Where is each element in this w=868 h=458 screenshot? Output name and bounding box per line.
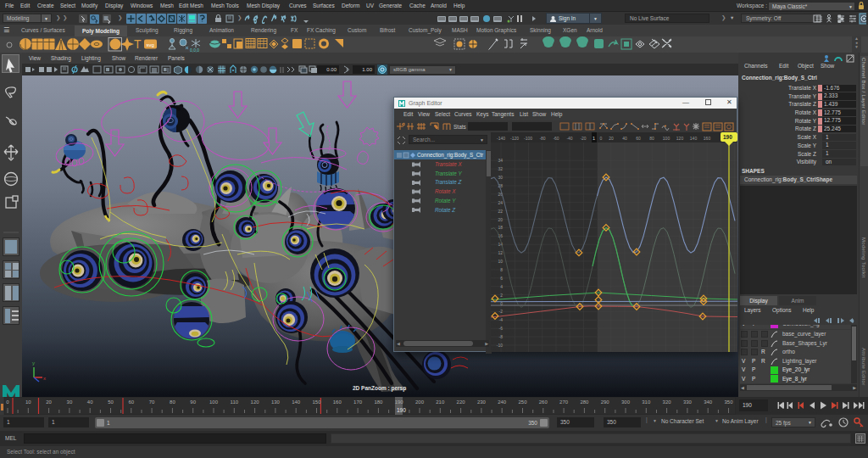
- svg-text:140: 140: [292, 399, 301, 405]
- svg-text:220: 220: [457, 399, 466, 405]
- svg-text:90: 90: [190, 399, 196, 405]
- svg-text:210: 210: [436, 399, 445, 405]
- svg-text:-140: -140: [497, 136, 505, 141]
- svg-text:svg: svg: [147, 42, 154, 47]
- svg-text:Translate Z: Translate Z: [435, 179, 463, 185]
- svg-text:340: 340: [704, 399, 713, 405]
- svg-text:260: 260: [539, 399, 548, 405]
- svg-text:0,0,0: 0,0,0: [190, 47, 199, 53]
- svg-text:Rotate Y: Rotate Y: [435, 198, 456, 204]
- svg-text:Stats: Stats: [453, 124, 467, 130]
- svg-text:-100: -100: [524, 136, 532, 141]
- svg-text:40: 40: [87, 399, 93, 405]
- svg-text:20: 20: [46, 399, 52, 405]
- svg-text:-120: -120: [510, 136, 519, 141]
- svg-text:270: 270: [559, 399, 569, 405]
- svg-text:310: 310: [642, 399, 651, 405]
- svg-text:22: 22: [498, 209, 503, 214]
- svg-text:100: 100: [663, 136, 670, 141]
- svg-text:2: 2: [500, 293, 503, 298]
- svg-text:110: 110: [231, 399, 239, 405]
- svg-text:1: 1: [593, 136, 595, 141]
- svg-text:60: 60: [128, 399, 134, 405]
- svg-text:180: 180: [374, 399, 383, 405]
- svg-text:140: 140: [690, 136, 698, 141]
- svg-text:100: 100: [209, 399, 219, 405]
- svg-text:-60: -60: [553, 136, 559, 141]
- svg-text:240: 240: [498, 399, 507, 405]
- svg-text:190: 190: [397, 407, 406, 413]
- svg-text:T: T: [134, 37, 142, 51]
- svg-text:70: 70: [149, 399, 155, 405]
- svg-text:8: 8: [500, 267, 503, 272]
- svg-text:160: 160: [333, 399, 342, 405]
- svg-text:-8: -8: [499, 334, 504, 339]
- svg-text:80: 80: [170, 399, 175, 405]
- svg-text:40: 40: [622, 136, 627, 141]
- svg-text:300: 300: [621, 399, 631, 405]
- svg-text:-2: -2: [499, 309, 504, 314]
- svg-text:20: 20: [498, 217, 503, 222]
- svg-text:-10: -10: [497, 343, 503, 348]
- svg-text:80: 80: [649, 136, 654, 141]
- svg-text:-40: -40: [566, 136, 572, 141]
- svg-text:150: 150: [312, 399, 321, 405]
- svg-text:190: 190: [723, 134, 732, 140]
- svg-text:30: 30: [67, 399, 73, 405]
- svg-text:200: 200: [415, 399, 425, 405]
- svg-text:60: 60: [636, 136, 641, 141]
- svg-text:18: 18: [498, 225, 503, 230]
- svg-text:-4: -4: [499, 317, 504, 322]
- svg-text:350: 350: [724, 399, 733, 405]
- svg-text:10: 10: [25, 399, 31, 405]
- svg-text:32: 32: [498, 166, 503, 171]
- svg-text:330: 330: [683, 399, 693, 405]
- svg-text:24: 24: [498, 200, 503, 205]
- svg-text:50: 50: [108, 399, 114, 405]
- svg-text:230: 230: [477, 399, 487, 405]
- svg-text:160: 160: [704, 136, 711, 141]
- svg-text:120: 120: [676, 136, 684, 141]
- svg-text:-20: -20: [580, 136, 586, 141]
- svg-text:-6: -6: [499, 326, 504, 331]
- svg-text:6: 6: [500, 276, 503, 281]
- svg-text:120: 120: [251, 399, 260, 405]
- svg-text:130: 130: [271, 399, 281, 405]
- svg-text:12: 12: [498, 250, 503, 255]
- svg-text:190: 190: [395, 399, 404, 405]
- svg-text:0: 0: [600, 136, 603, 141]
- svg-text:Translate X: Translate X: [435, 161, 463, 167]
- svg-text:-80: -80: [539, 136, 545, 141]
- svg-text:250: 250: [518, 399, 527, 405]
- svg-text:320: 320: [663, 399, 672, 405]
- svg-text:y: y: [32, 360, 35, 366]
- svg-text:x: x: [43, 376, 46, 381]
- svg-text:34: 34: [498, 158, 503, 163]
- svg-text:2D PanZoom : persp: 2D PanZoom : persp: [353, 385, 406, 392]
- svg-text:30: 30: [498, 175, 503, 180]
- svg-text:280: 280: [580, 399, 589, 405]
- svg-text:290: 290: [601, 399, 610, 405]
- svg-text:Translate Y: Translate Y: [435, 170, 462, 176]
- svg-text:Rotate Z: Rotate Z: [435, 207, 456, 213]
- svg-text:Rotate X: Rotate X: [435, 188, 456, 194]
- svg-text:170: 170: [353, 399, 363, 405]
- svg-text:4: 4: [500, 284, 503, 289]
- svg-text:10: 10: [498, 259, 503, 264]
- svg-text:20: 20: [609, 136, 614, 141]
